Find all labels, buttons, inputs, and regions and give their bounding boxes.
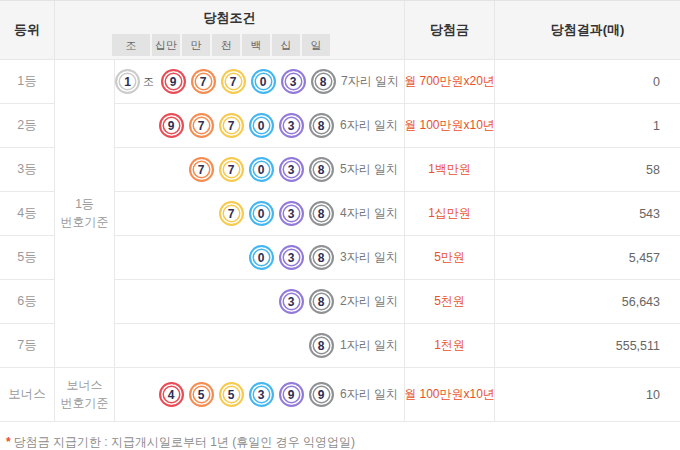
empty-ball-slot <box>186 245 216 270</box>
ball-slot: 3 <box>278 69 308 94</box>
prize-cell: 월 100만원x10년 <box>405 104 495 148</box>
ball-slot: 7 <box>188 69 218 94</box>
lottery-ball: 8 <box>309 245 334 270</box>
lottery-ball: 3 <box>249 382 274 407</box>
lottery-ball: 0 <box>249 113 274 138</box>
header-rank: 등위 <box>0 1 55 59</box>
ball-slot: 8 <box>306 289 336 314</box>
ball-slot: 9 <box>156 113 186 138</box>
lottery-ball: 7 <box>219 113 244 138</box>
condition-cell: 1조9770387자리 일치 <box>115 60 405 104</box>
ball-slots: 038 <box>156 245 336 270</box>
lottery-ball: 0 <box>249 157 274 182</box>
lottery-ball: 8 <box>309 333 334 358</box>
condition-cell: 4553996자리 일치 <box>115 368 405 422</box>
match-label: 2자리 일치 <box>336 293 402 310</box>
condition-cell: 81자리 일치 <box>115 324 405 368</box>
header-result: 당첨결과(매) <box>495 1 680 59</box>
ball-slot: 7 <box>186 157 216 182</box>
ball-slots: 977038 <box>156 113 336 138</box>
ball-slots: 77038 <box>156 157 336 182</box>
ball-slot: 0 <box>246 201 276 226</box>
table-body: 1등1등번호기준1조9770387자리 일치월 700만원x20년02등9770… <box>0 60 680 422</box>
prize-cell: 1천원 <box>405 324 495 368</box>
place-value-strip: 조 십만 만 천 백 십 일 <box>112 34 404 56</box>
lottery-ball: 3 <box>279 245 304 270</box>
footnote-star: * <box>6 435 11 449</box>
basis-line: 번호기준 <box>61 395 109 412</box>
place-label-jo: 조 <box>112 34 150 56</box>
match-label: 7자리 일치 <box>338 73 402 90</box>
rank-cell: 4등 <box>0 192 55 236</box>
footnote: *당첨금 지급기한 : 지급개시일로부터 1년 (휴일인 경우 익영업일) <box>0 422 680 450</box>
lottery-ball: 4 <box>159 382 184 407</box>
result-cell: 58 <box>495 148 680 192</box>
basis-line: 번호기준 <box>61 214 109 231</box>
place-label-sip: 십 <box>272 34 300 56</box>
result-cell: 0 <box>495 60 680 104</box>
empty-ball-slot <box>156 245 186 270</box>
lottery-ball: 8 <box>309 289 334 314</box>
ball-slot: 8 <box>306 113 336 138</box>
jo-group: 1조 <box>115 69 158 94</box>
empty-ball-slot <box>216 289 246 314</box>
lottery-ball: 7 <box>189 113 214 138</box>
ball-slot: 5 <box>186 382 216 407</box>
basis-line: 1등 <box>75 196 94 213</box>
lottery-ball: 3 <box>279 157 304 182</box>
lottery-ball: 8 <box>309 157 334 182</box>
table-header: 등위 당첨조건 조 십만 만 천 백 십 일 당첨금 당첨결과(매) <box>0 0 680 60</box>
ball-slots: 8 <box>156 333 336 358</box>
prize-table: 등위 당첨조건 조 십만 만 천 백 십 일 당첨금 당첨결과(매) 1등1등번… <box>0 0 680 422</box>
ball-slot: 9 <box>158 69 188 94</box>
lottery-ball: 0 <box>251 69 276 94</box>
prize-cell: 5만원 <box>405 236 495 280</box>
result-cell: 5,457 <box>495 236 680 280</box>
jo-ball: 1 <box>115 69 140 94</box>
lottery-ball: 7 <box>191 69 216 94</box>
ball-slots: 7038 <box>156 201 336 226</box>
ball-slot: 7 <box>216 113 246 138</box>
match-label: 6자리 일치 <box>336 386 402 403</box>
ball-slot: 3 <box>276 245 306 270</box>
prize-cell: 1십만원 <box>405 192 495 236</box>
empty-ball-slot <box>156 333 186 358</box>
ball-slot: 7 <box>216 157 246 182</box>
lottery-ball: 5 <box>219 382 244 407</box>
match-label: 4자리 일치 <box>336 205 402 222</box>
place-label-baek: 백 <box>242 34 270 56</box>
lottery-ball: 3 <box>281 69 306 94</box>
basis-line: 보너스 <box>67 377 103 394</box>
lottery-ball: 3 <box>279 289 304 314</box>
lottery-ball: 8 <box>311 69 336 94</box>
rank-cell: 5등 <box>0 236 55 280</box>
ball-slot: 0 <box>248 69 278 94</box>
result-cell: 1 <box>495 104 680 148</box>
ball-slot: 0 <box>246 157 276 182</box>
lottery-ball: 9 <box>309 382 334 407</box>
condition-cell: 0383자리 일치 <box>115 236 405 280</box>
empty-ball-slot <box>186 289 216 314</box>
empty-ball-slot <box>246 333 276 358</box>
ball-slot: 0 <box>246 113 276 138</box>
result-cell: 555,511 <box>495 324 680 368</box>
lottery-ball: 0 <box>249 201 274 226</box>
lottery-ball: 0 <box>249 245 274 270</box>
ball-slot: 8 <box>306 333 336 358</box>
lottery-ball: 8 <box>309 201 334 226</box>
basis-cell-bonus: 보너스번호기준 <box>55 368 115 422</box>
lottery-ball: 9 <box>159 113 184 138</box>
empty-ball-slot <box>276 333 306 358</box>
empty-ball-slot <box>216 245 246 270</box>
ball-slot: 3 <box>246 382 276 407</box>
ball-slot: 0 <box>246 245 276 270</box>
lottery-ball: 5 <box>189 382 214 407</box>
empty-ball-slot <box>156 289 186 314</box>
match-label: 3자리 일치 <box>336 249 402 266</box>
ball-slot: 9 <box>306 382 336 407</box>
lottery-ball: 9 <box>161 69 186 94</box>
ball-slot: 7 <box>186 113 216 138</box>
empty-ball-slot <box>216 333 246 358</box>
ball-slot: 8 <box>308 69 338 94</box>
ball-slots: 38 <box>156 289 336 314</box>
